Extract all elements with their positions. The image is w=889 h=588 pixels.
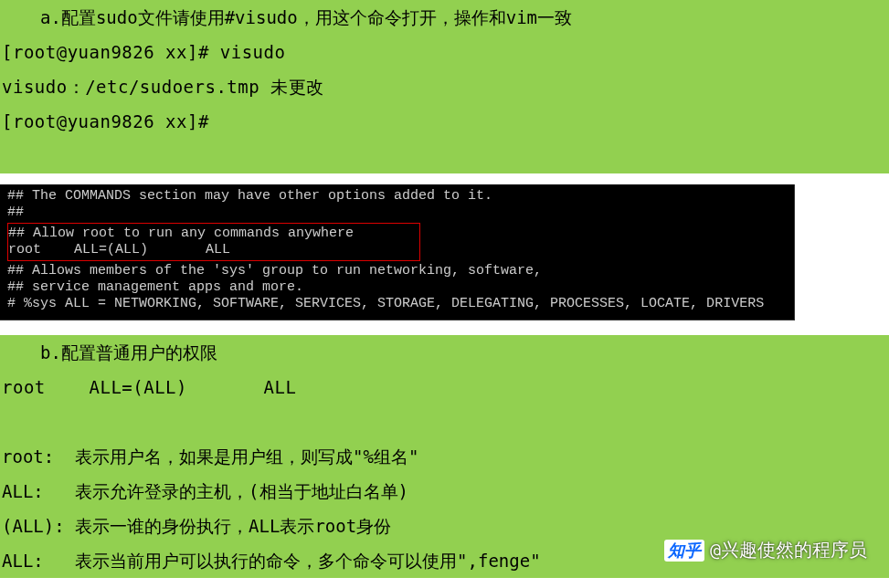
sudoers-line: # %sys ALL = NETWORKING, SOFTWARE, SERVI… — [7, 296, 787, 312]
separator — [0, 320, 889, 335]
explain-root: root: 表示用户名，如果是用户组，则写成"%组名" — [2, 439, 889, 474]
blank-row — [0, 139, 889, 173]
section-a-block: a.配置sudo文件请使用#visudo，用这个命令打开，操作和vim一致 [r… — [0, 0, 889, 173]
explain-all-host: ALL: 表示允许登录的主机，(相当于地址白名单) — [2, 474, 889, 509]
sudoers-line: ## The COMMANDS section may have other o… — [7, 188, 787, 205]
sudoers-line: ## Allows members of the 'sys' group to … — [7, 263, 787, 279]
highlighted-rule-box: ## Allow root to run any commands anywhe… — [7, 223, 420, 261]
sudo-rule-line: root ALL=(ALL) ALL — [0, 370, 889, 404]
sudoers-line: root ALL=(ALL) ALL — [8, 242, 419, 258]
explanation-block: root: 表示用户名，如果是用户组，则写成"%组名" ALL: 表示允许登录的… — [0, 439, 889, 578]
section-a-header: a.配置sudo文件请使用#visudo，用这个命令打开，操作和vim一致 — [0, 0, 889, 35]
explain-all-cmd: ALL: 表示当前用户可以执行的命令，多个命令可以使用",fenge" — [2, 543, 889, 578]
terminal-line: visudo：/etc/sudoers.tmp 未更改 — [0, 69, 889, 104]
sudoers-screenshot-block: ## The COMMANDS section may have other o… — [0, 184, 889, 320]
separator — [0, 173, 889, 184]
terminal-line: [root@yuan9826 xx]# — [0, 104, 889, 139]
terminal-line: [root@yuan9826 xx]# visudo — [0, 35, 889, 69]
sudoers-line: ## — [7, 205, 787, 221]
explain-all-runas: (ALL): 表示一谁的身份执行，ALL表示root身份 — [2, 509, 889, 543]
section-b-header: b.配置普通用户的权限 — [0, 335, 889, 370]
sudoers-line: ## Allow root to run any commands anywhe… — [8, 226, 419, 242]
sudoers-file-content: ## The COMMANDS section may have other o… — [0, 184, 795, 320]
blank-row — [0, 404, 889, 439]
sudoers-line: ## service management apps and more. — [7, 279, 787, 296]
